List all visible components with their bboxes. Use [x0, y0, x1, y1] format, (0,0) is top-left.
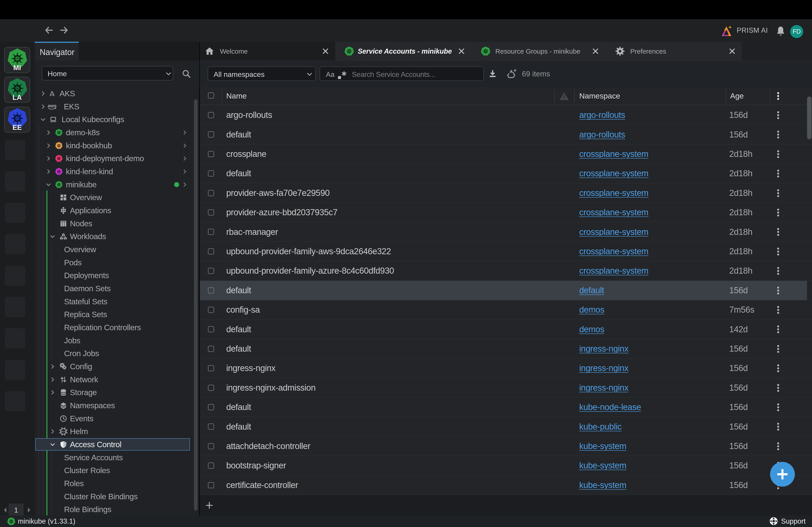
svg-text:HELM: HELM	[61, 431, 66, 433]
svg-text:aws: aws	[47, 103, 56, 108]
